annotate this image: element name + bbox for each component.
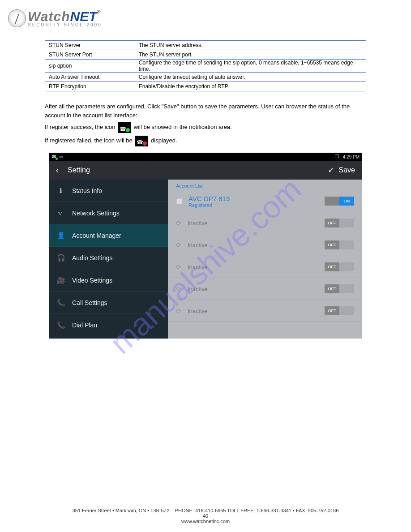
account-row-registered[interactable]: AVC DP7 813 Registered ON <box>168 190 362 212</box>
para2-post: will be showed in the notification area. <box>134 124 232 130</box>
refresh-icon: ⟳ <box>176 241 181 249</box>
account-inactive-label: Inactive <box>188 308 208 314</box>
para3-pre: If registered failed, the icon will be <box>45 137 134 144</box>
check-icon: ✓ <box>328 165 334 175</box>
person-icon: 👤 <box>56 232 66 240</box>
param-desc: The STUN server address. <box>135 41 366 50</box>
save-label: Save <box>339 166 355 174</box>
param-label: sip option <box>45 60 135 73</box>
table-row: sip optionConfigure the edge time of sen… <box>45 60 366 73</box>
camera-icon: 🎥 <box>56 276 66 284</box>
account-toggle-off[interactable]: OFF <box>325 219 354 227</box>
status-gallery-icon <box>59 154 64 159</box>
param-label: STUN Server Port <box>45 50 135 60</box>
account-toggle-off[interactable]: OFF <box>325 262 354 271</box>
account-row-inactive[interactable]: ⟳ Inactive OFF <box>168 212 362 234</box>
sidebar-item-network-settings[interactable]: ᯤ Network Settings <box>49 202 168 224</box>
sidebar-item-dial-plan[interactable]: 📞 Dial Plan <box>49 314 168 336</box>
refresh-icon: ⟳ <box>176 307 181 314</box>
account-row-inactive[interactable]: ⟳ Inactive OFF <box>168 256 362 278</box>
table-row: STUN ServerThe STUN server address. <box>45 41 366 50</box>
table-row: RTP EncryptionEnable/Disable the encrypt… <box>45 82 366 91</box>
footer-address: 351 Ferrier Street • Markham, ON • L3R 5… <box>73 508 170 513</box>
status-phone-registered-icon <box>51 154 57 159</box>
toggle-on-label: ON <box>339 197 354 206</box>
param-desc: Configure the edge time of sending the s… <box>135 60 366 73</box>
toggle-off-label: OFF <box>325 306 339 315</box>
account-inactive-label: Inactive <box>188 220 208 227</box>
account-inactive-label: Inactive <box>188 286 208 292</box>
phone-icon: 📞 <box>56 321 66 329</box>
sidebar-item-label: Network Settings <box>72 210 120 217</box>
info-icon: ℹ <box>56 187 66 195</box>
footer-page-number: 40 <box>203 513 208 519</box>
footer-phone: PHONE: 416-410-6865 TOLL FREE: 1-866-331… <box>175 508 339 513</box>
register-success-icon: ☎ <box>118 122 131 133</box>
account-row-inactive[interactable]: ⟳ Inactive OFF <box>168 234 362 256</box>
param-desc: Enable/Disable the encryption of RTP. <box>135 82 366 91</box>
status-time: 4:29 PM <box>343 154 360 159</box>
toggle-off-label: OFF <box>325 219 339 227</box>
toggle-off-label: OFF <box>325 240 339 249</box>
account-row-inactive[interactable]: ⟳ Inactive OFF <box>168 278 362 300</box>
headset-icon: 🎧 <box>56 254 66 262</box>
toggle-off-label: OFF <box>325 262 339 271</box>
sidebar-item-account-manager[interactable]: 👤 Account Manager <box>49 224 168 247</box>
paragraph-2: If register success, the icon ☎ will be … <box>45 122 366 133</box>
account-status: Registered <box>188 202 230 208</box>
device-screenshot: 4:29 PM ‹ Setting ✓ Save ℹ Status Info ᯤ <box>49 153 362 339</box>
param-desc: Configure the timeout setting of auto an… <box>135 73 366 82</box>
parameter-table: STUN ServerThe STUN server address. STUN… <box>45 40 366 91</box>
para3-post: displayed. <box>151 137 177 144</box>
account-inactive-label: Inactive <box>188 242 208 249</box>
paragraph-1: After all the parameters are configured,… <box>45 102 366 120</box>
back-button[interactable]: ‹ <box>56 166 59 175</box>
sidebar-item-label: Dial Plan <box>72 322 97 329</box>
antenna-icon: ᯤ <box>56 209 66 217</box>
refresh-icon: ⟳ <box>176 285 181 292</box>
account-checkbox[interactable] <box>176 198 182 204</box>
page-footer: 351 Ferrier Street • Markham, ON • L3R 5… <box>0 508 411 524</box>
phone-icon: 📞 <box>56 299 66 307</box>
sidebar-item-label: Status Info <box>72 187 102 194</box>
account-list-pane: Account List AVC DP7 813 Registered ON <box>168 180 362 339</box>
refresh-icon: ⟳ <box>176 263 181 270</box>
toggle-off-label: OFF <box>325 284 339 293</box>
param-label: Auto Answer Timeout <box>45 73 135 82</box>
sidebar-item-label: Call Settings <box>72 299 107 306</box>
register-failed-icon: ☎ <box>135 136 148 146</box>
table-row: STUN Server PortThe STUN server port. <box>45 50 366 60</box>
sidebar-item-label: Account Manager <box>72 232 121 239</box>
param-label: RTP Encryption <box>45 82 135 91</box>
table-row: Auto Answer TimeoutConfigure the timeout… <box>45 73 366 82</box>
refresh-icon: ⟳ <box>176 219 181 227</box>
sidebar-item-label: Video Settings <box>72 277 112 284</box>
para2-pre: If register success, the icon <box>45 124 117 130</box>
account-name: AVC DP7 813 <box>188 195 230 202</box>
account-toggle-on[interactable]: ON <box>325 197 354 206</box>
save-button[interactable]: ✓ Save <box>328 165 355 175</box>
footer-website: www.watchnetinc.com <box>181 519 230 524</box>
sidebar-item-call-settings[interactable]: 📞 Call Settings <box>49 292 168 314</box>
account-toggle-off[interactable]: OFF <box>325 240 354 249</box>
screen-title: Setting <box>68 166 90 174</box>
account-toggle-off[interactable]: OFF <box>325 306 354 315</box>
account-row-inactive[interactable]: ⟳ Inactive OFF <box>168 300 362 322</box>
param-label: STUN Server <box>45 41 135 50</box>
account-toggle-off[interactable]: OFF <box>325 284 354 293</box>
sidebar-item-audio-settings[interactable]: 🎧 Audio Settings <box>49 247 168 269</box>
sidebar-item-video-settings[interactable]: 🎥 Video Settings <box>49 269 168 292</box>
sidebar-item-status-info[interactable]: ℹ Status Info <box>49 180 168 202</box>
page-content: STUN ServerThe STUN server address. STUN… <box>0 0 411 365</box>
param-desc: The STUN server port. <box>135 50 366 60</box>
account-list-header: Account List <box>168 180 362 190</box>
android-status-bar: 4:29 PM <box>49 153 362 161</box>
paragraph-3: If registered failed, the icon will be ☎… <box>45 136 366 146</box>
app-title-bar: ‹ Setting ✓ Save <box>49 161 362 180</box>
account-inactive-label: Inactive <box>188 264 208 270</box>
settings-sidebar: ℹ Status Info ᯤ Network Settings 👤 Accou… <box>49 180 168 339</box>
status-windows-icon <box>335 154 340 159</box>
sidebar-item-label: Audio Settings <box>72 254 112 262</box>
